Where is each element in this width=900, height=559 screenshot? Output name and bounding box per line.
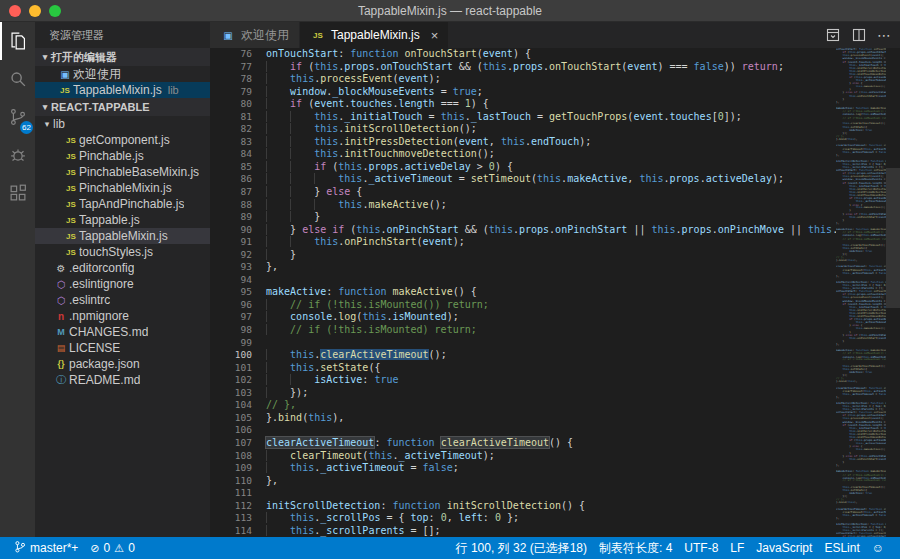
git-branch-indicator[interactable]: master*+ [8, 537, 84, 559]
open-preview-icon[interactable] [825, 27, 841, 43]
code-line[interactable]: 86 this._activeTimeout = setTimeout(this… [210, 173, 836, 186]
file-detail: lib [168, 84, 179, 96]
tab-welcome[interactable]: ▣ 欢迎使用 [210, 22, 300, 48]
code-line[interactable]: 100 this.clearActiveTimeout(); [210, 349, 836, 362]
minimap[interactable]: onTouchStart: function onTouchStart(even… [836, 48, 886, 537]
file-label: package.json [69, 357, 140, 371]
code-line[interactable]: 93}, [210, 261, 836, 274]
file-item[interactable]: JSPinchableBaseMixin.js [35, 164, 210, 180]
feedback-smiley-icon[interactable]: ☺ [866, 537, 890, 559]
code-line[interactable]: 83 this.initPressDetection(event, this.e… [210, 136, 836, 149]
token: clearActiveTimeout [441, 437, 549, 448]
file-item[interactable]: JSTappableMixin.js [35, 228, 210, 244]
file-item[interactable]: {}package.json [35, 356, 210, 372]
code-line[interactable]: 98 // if (!this.isMounted) return; [210, 324, 836, 337]
code-line[interactable]: 109 this._activeTimeout = false; [210, 462, 836, 475]
activity-extensions[interactable] [0, 174, 35, 212]
indentation-setting[interactable]: 制表符长度: 4 [593, 537, 678, 559]
code-line[interactable]: 105}.bind(this), [210, 412, 836, 425]
file-item[interactable]: JSgetComponent.js [35, 132, 210, 148]
file-item[interactable]: ⓘREADME.md [35, 372, 210, 388]
code-line[interactable]: 112initScrollDetection: function initScr… [210, 500, 836, 513]
code-line[interactable]: 104// }, [210, 399, 836, 412]
language-mode[interactable]: JavaScript [750, 537, 818, 559]
project-header[interactable]: ▾ REACT-TAPPABLE [35, 98, 210, 116]
line-text: this._scrollPos = { top: 0, left: 0 }; [266, 512, 519, 525]
code-line[interactable]: 90 } else if (this.onPinchStart && (this… [210, 224, 836, 237]
token: _blockMouseEvents [332, 86, 434, 97]
code-line[interactable]: 102 isActive: true [210, 374, 836, 387]
code-line[interactable]: 88 this.makeActive(); [210, 199, 836, 212]
code-line[interactable]: 82 this.initScrollDetection(); [210, 123, 836, 136]
activity-explorer[interactable] [0, 22, 35, 60]
file-item[interactable]: JSPinchable.js [35, 148, 210, 164]
code-line[interactable]: 76onTouchStart: function onTouchStart(ev… [210, 48, 836, 61]
token: = [435, 86, 453, 97]
close-icon[interactable]: × [431, 29, 439, 42]
file-item[interactable]: JSTappable.js [35, 212, 210, 228]
code-line[interactable]: 95makeActive: function makeActive() { [210, 286, 836, 299]
code-line[interactable]: 107clearActiveTimeout: function clearAct… [210, 437, 836, 450]
activity-source-control[interactable]: 62 [0, 98, 35, 136]
code-line[interactable]: 99 [210, 337, 836, 350]
line-number: 110 [210, 475, 266, 488]
file-item[interactable]: n.npmignore [35, 308, 210, 324]
token: this [537, 173, 561, 184]
token: getTouchProps [549, 111, 627, 122]
code-line[interactable]: 81 this._initialTouch = this._lastTouch … [210, 111, 836, 124]
line-number: 90 [210, 224, 266, 237]
code-line[interactable]: 85 if (this.props.activeDelay > 0) { [210, 161, 836, 174]
activity-debug[interactable] [0, 136, 35, 174]
code-line[interactable]: 103 }); [210, 387, 836, 400]
file-item[interactable]: ▤LICENSE [35, 340, 210, 356]
token: window [290, 86, 326, 97]
line-text: this.initPressDetection(event, this.endT… [266, 136, 591, 149]
vertical-scrollbar[interactable] [886, 48, 900, 537]
scrollbar-slider[interactable] [886, 168, 900, 308]
code-line[interactable]: 111 [210, 487, 836, 500]
eol-setting[interactable]: LF [724, 537, 750, 559]
split-editor-icon[interactable] [851, 27, 867, 43]
activity-search[interactable] [0, 60, 35, 98]
file-item[interactable]: JStouchStyles.js [35, 244, 210, 260]
code-line[interactable]: 84 this.initTouchmoveDetection(); [210, 148, 836, 161]
code-line[interactable]: 97 console.log(this.isMounted); [210, 311, 836, 324]
open-editor-item[interactable]: JSTappableMixin.jslib [35, 82, 210, 98]
code-line[interactable]: 96 // if (!this.isMounted()) return; [210, 299, 836, 312]
indent-guide [290, 186, 314, 197]
git-branch-icon [14, 540, 26, 557]
linter-status[interactable]: ESLint [818, 537, 865, 559]
encoding-setting[interactable]: UTF-8 [678, 537, 724, 559]
code-line[interactable]: 87 } else { [210, 186, 836, 199]
problems-indicator[interactable]: ⊘ 0 ⚠ 0 [84, 537, 140, 559]
cursor-position[interactable]: 行 100, 列 32 (已选择18) [450, 537, 593, 559]
file-item[interactable]: ⚙.editorconfig [35, 260, 210, 276]
code-line[interactable]: 78 this.processEvent(event); [210, 73, 836, 86]
file-item[interactable]: MCHANGES.md [35, 324, 210, 340]
indent-guide [266, 211, 290, 222]
code-line[interactable]: 108 clearTimeout(this._activeTimeout); [210, 450, 836, 463]
file-item[interactable]: JSPinchableMixin.js [35, 180, 210, 196]
code-line[interactable]: 114 this._scrollParents = []; [210, 525, 836, 537]
code-line[interactable]: 94 [210, 274, 836, 287]
code-line[interactable]: 77 if (this.props.onTouchStart && (this.… [210, 61, 836, 74]
code-line[interactable]: 80 if (event.touches.length === 1) { [210, 98, 836, 111]
code-line[interactable]: 113 this._scrollPos = { top: 0, left: 0 … [210, 512, 836, 525]
code-line[interactable]: 91 this.onPinchStart(event); [210, 236, 836, 249]
open-editor-item[interactable]: ▣欢迎使用 [35, 66, 210, 82]
code-line[interactable]: 92 } [210, 249, 836, 262]
file-item[interactable]: JSTapAndPinchable.js [35, 196, 210, 212]
file-label: Tappable.js [79, 213, 140, 227]
file-item[interactable]: ⬡.eslintrc [35, 292, 210, 308]
file-item[interactable]: ⬡.eslintignore [35, 276, 210, 292]
tab-tappablemixin[interactable]: JS TappableMixin.js × [300, 22, 449, 48]
code-line[interactable]: 101 this.setState({ [210, 362, 836, 375]
more-actions-icon[interactable]: ⋯ [877, 27, 892, 43]
code-line[interactable]: 110}, [210, 475, 836, 488]
code-line[interactable]: 79 window._blockMouseEvents = true; [210, 86, 836, 99]
folder-item[interactable]: ▾lib [35, 116, 210, 132]
code-line[interactable]: 106 [210, 424, 836, 437]
code-line[interactable]: 89 } [210, 211, 836, 224]
open-editors-header[interactable]: ▾ 打开的编辑器 [35, 48, 210, 66]
editor[interactable]: 76onTouchStart: function onTouchStart(ev… [210, 48, 900, 537]
